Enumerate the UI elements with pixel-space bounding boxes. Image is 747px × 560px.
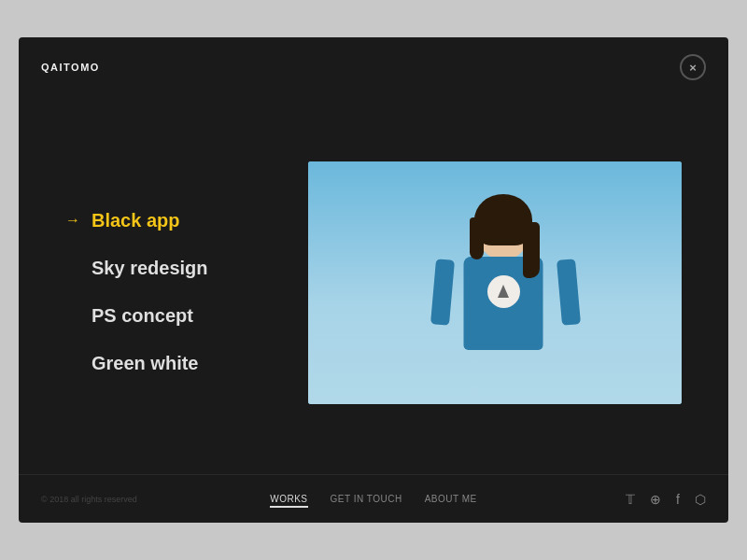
logo: QAITOMO (41, 62, 100, 73)
nav-item-black-app[interactable]: → Black app (65, 197, 252, 245)
arrow-icon: → (65, 212, 80, 229)
portfolio-image (308, 161, 682, 404)
footer-nav-about-me[interactable]: ABOUT ME (425, 494, 477, 504)
facebook-icon[interactable]: f (676, 492, 680, 507)
nav-item-ps-concept[interactable]: → PS concept (65, 292, 252, 340)
footer: © 2018 all rights reserved WORKS GET IN … (19, 474, 728, 523)
header: QAITOMO × (19, 37, 728, 90)
svg-marker-0 (498, 285, 509, 298)
nav-item-sky-redesign[interactable]: → Sky redesign (65, 245, 252, 292)
nav-item-label: Black app (92, 210, 179, 231)
footer-nav-get-in-touch[interactable]: GET IN TOUCH (331, 494, 402, 504)
shirt-graphic-icon (494, 283, 513, 300)
image-area (280, 84, 728, 471)
close-button[interactable]: × (680, 54, 706, 80)
person-figure (419, 189, 587, 404)
arm-left (430, 259, 455, 325)
footer-nav-works[interactable]: WORKS (270, 494, 307, 504)
dribbble-icon[interactable]: ⊕ (650, 492, 661, 507)
arm-right (557, 259, 581, 325)
main-content: → Black app → Sky redesign → PS concept … (19, 37, 728, 523)
sidebar: → Black app → Sky redesign → PS concept … (19, 84, 280, 471)
nav-item-label: PS concept (92, 305, 193, 327)
nav-item-label: Green white (92, 353, 198, 374)
nav-item-green-white[interactable]: → Green white (65, 340, 252, 387)
twitter-icon[interactable]: 𝕋 (626, 492, 635, 507)
nav-item-label: Sky redesign (92, 258, 208, 279)
hair (474, 194, 532, 245)
app-window: QAITOMO × → Black app → Sky redesign → P… (19, 37, 728, 523)
copyright: © 2018 all rights reserved (41, 495, 262, 504)
footer-nav: WORKS GET IN TOUCH ABOUT ME (262, 494, 484, 504)
shirt-graphic (487, 275, 520, 308)
instagram-icon[interactable]: ⬡ (695, 492, 706, 507)
footer-social: 𝕋 ⊕ f ⬡ (485, 492, 706, 507)
